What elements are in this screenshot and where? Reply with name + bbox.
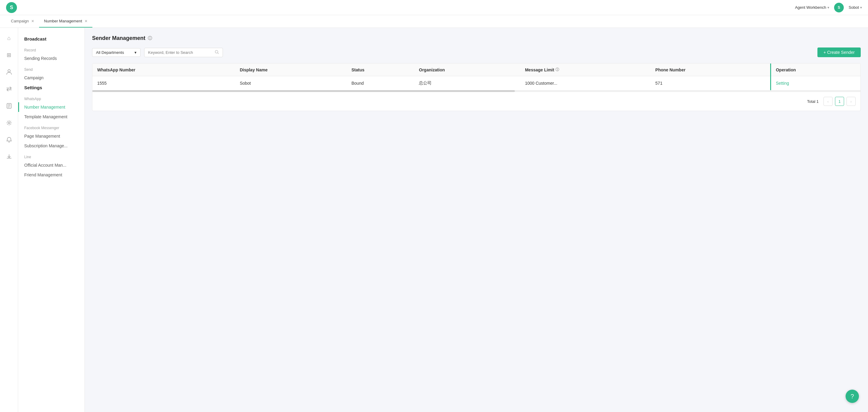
book-icon[interactable] [4, 100, 14, 111]
setting-link[interactable]: Setting [776, 81, 789, 85]
agent-workbench-button[interactable]: Agent Workbench [795, 5, 829, 10]
record-group-label: Record [18, 44, 85, 54]
search-icon [215, 50, 219, 55]
cell-message-limit: 1000 Customer... [520, 76, 650, 91]
facebook-group-label: Facebook Messenger [18, 122, 85, 131]
page-total: Total 1 [807, 99, 818, 104]
cell-operation: Setting [771, 76, 861, 91]
sidebar-item-number-management[interactable]: Number Management [18, 102, 85, 112]
th-display-name: Display Name [235, 64, 347, 76]
search-box [144, 48, 223, 57]
main-layout: ⌂ ⊞ Broadcast Record [0, 28, 868, 412]
svg-point-2 [8, 122, 10, 124]
sidebar-item-official-account[interactable]: Official Account Man... [18, 160, 85, 170]
sidebar-item-page-management[interactable]: Page Management [18, 131, 85, 141]
whatsapp-group-label: WhatsApp [18, 93, 85, 102]
tab-number-management-close-icon[interactable]: ✕ [85, 20, 88, 23]
dept-select-chevron-icon: ▾ [134, 50, 136, 55]
sidebar-item-campaign[interactable]: Campaign [18, 73, 85, 82]
icon-sidebar: ⌂ ⊞ [0, 28, 18, 412]
sidebar-item-subscription-manage[interactable]: Subscription Manage... [18, 141, 85, 151]
user-name-button[interactable]: Sobot [848, 5, 862, 10]
tab-campaign-close-icon[interactable]: ✕ [31, 20, 34, 23]
th-phone-number: Phone Number [651, 64, 771, 76]
top-bar-right: Agent Workbench S Sobot [795, 3, 862, 12]
user-avatar: S [834, 3, 844, 12]
page-title-info-icon[interactable]: ⓘ [148, 36, 152, 41]
home-icon[interactable]: ⌂ [4, 33, 14, 43]
top-bar: S Agent Workbench S Sobot [0, 0, 868, 15]
transfer-icon[interactable] [4, 83, 14, 94]
settings-icon[interactable] [4, 117, 14, 128]
app-wrapper: S Agent Workbench S Sobot Campaign ✕ Num… [0, 0, 868, 412]
th-status: Status [346, 64, 414, 76]
table-row: 1555 Sobot Bound 总公司 1000 Customer... 57… [92, 76, 861, 91]
content-area: Sender Management ⓘ All Departments ▾ + … [85, 28, 868, 412]
line-group-label: Line [18, 151, 85, 160]
cell-phone-number: 571 [651, 76, 771, 91]
sender-table: WhatsApp Number Display Name Status Orga… [92, 63, 861, 111]
th-whatsapp-number: WhatsApp Number [92, 64, 235, 76]
th-organization: Organization [414, 64, 520, 76]
help-button[interactable]: ? [845, 389, 859, 403]
tab-campaign[interactable]: Campaign ✕ [6, 15, 39, 28]
send-group-label: Send [18, 63, 85, 73]
dept-select[interactable]: All Departments ▾ [92, 48, 141, 57]
cell-status: Bound [346, 76, 414, 91]
sidebar-item-sending-records[interactable]: Sending Records [18, 54, 85, 63]
cell-organization: 总公司 [414, 76, 520, 91]
bell-icon[interactable] [4, 134, 14, 145]
th-operation: Operation [771, 64, 861, 76]
next-page-button[interactable]: › [846, 97, 856, 106]
pagination: Total 1 ‹ 1 › [92, 92, 861, 111]
agent-workbench-chevron-icon [828, 5, 829, 10]
tab-number-management[interactable]: Number Management ✕ [39, 15, 92, 28]
top-bar-left: S [6, 2, 17, 13]
message-limit-info-icon[interactable]: ⓘ [555, 67, 559, 72]
table-scroll-area: WhatsApp Number Display Name Status Orga… [92, 64, 861, 92]
left-nav: Broadcast Record Sending Records Send Ca… [18, 28, 85, 412]
broadcast-section-title: Broadcast [18, 34, 85, 44]
search-input[interactable] [148, 50, 212, 55]
grid-icon[interactable]: ⊞ [4, 49, 14, 61]
th-message-limit: Message Limit ⓘ [520, 64, 650, 76]
sidebar-item-template-management[interactable]: Template Management [18, 112, 85, 122]
download-icon[interactable] [4, 151, 14, 162]
svg-point-0 [8, 70, 10, 72]
app-logo: S [6, 2, 17, 13]
prev-page-button[interactable]: ‹ [824, 97, 833, 106]
settings-section-title: Settings [18, 82, 85, 93]
table-header-row: WhatsApp Number Display Name Status Orga… [92, 64, 861, 76]
sidebar-item-friend-management[interactable]: Friend Management [18, 170, 85, 180]
page-title: Sender Management ⓘ [92, 35, 861, 41]
page-1-button[interactable]: 1 [835, 97, 844, 106]
create-sender-button[interactable]: + Create Sender [817, 47, 861, 57]
tab-bar: Campaign ✕ Number Management ✕ [0, 15, 868, 28]
person-icon[interactable] [4, 67, 14, 77]
user-name-chevron-icon [860, 5, 862, 10]
cell-display-name: Sobot [235, 76, 347, 91]
cell-whatsapp-number: 1555 [92, 76, 235, 91]
toolbar: All Departments ▾ + Create Sender [92, 47, 861, 57]
